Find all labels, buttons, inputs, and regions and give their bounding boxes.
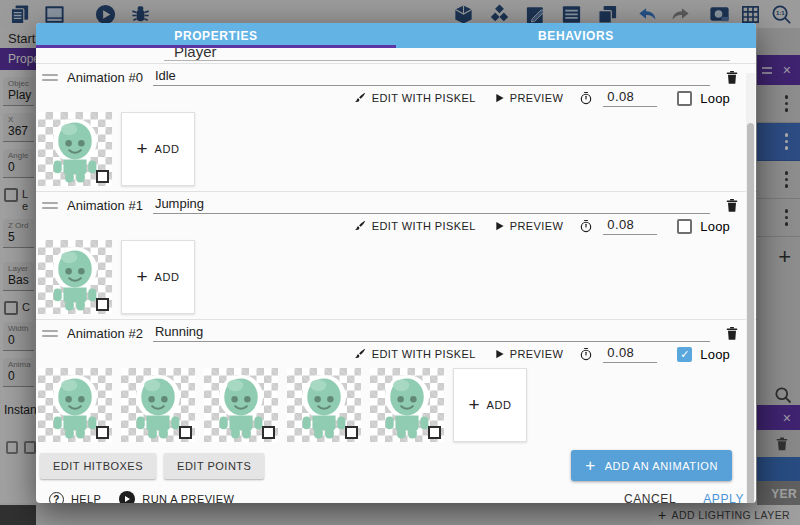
play-circle-icon [119, 491, 135, 503]
animation-section: Animation #2 Running EDIT WITH PISKEL [36, 320, 756, 447]
brush-icon [353, 219, 367, 233]
frames-row: + ADD [36, 109, 756, 192]
animation-name-input[interactable]: Running [153, 324, 710, 342]
drag-handle-icon[interactable] [42, 202, 58, 209]
object-name-input[interactable]: Player [164, 48, 730, 61]
edit-hitboxes-button[interactable]: EDIT HITBOXES [40, 453, 156, 479]
apply-button[interactable]: APPLY [703, 492, 744, 503]
stopwatch-icon [579, 219, 593, 233]
preview-button[interactable]: PREVIEW [494, 220, 564, 232]
add-frame-button[interactable]: + ADD [121, 240, 195, 314]
play-icon [494, 348, 505, 360]
drag-handle-icon[interactable] [42, 74, 58, 81]
drag-handle-icon[interactable] [42, 330, 58, 337]
run-a-preview-button[interactable]: RUN A PREVIEW [119, 491, 234, 503]
delete-animation-button[interactable] [724, 197, 740, 214]
preview-button[interactable]: PREVIEW [494, 348, 564, 360]
add-frame-button[interactable]: + ADD [453, 368, 527, 442]
time-between-frames: 0.08 [579, 345, 657, 363]
frame-select-checkbox[interactable] [96, 426, 109, 439]
frame-select-checkbox[interactable] [262, 426, 275, 439]
delete-animation-button[interactable] [724, 325, 740, 342]
frame-select-checkbox[interactable] [96, 298, 109, 311]
add-frame-button[interactable]: + ADD [121, 112, 195, 186]
animation-frame-thumbnail[interactable] [38, 240, 112, 314]
time-input[interactable]: 0.08 [603, 345, 657, 363]
animation-frame-thumbnail[interactable] [204, 368, 278, 442]
animation-frame-thumbnail[interactable] [370, 368, 444, 442]
add-frame-label: ADD [155, 271, 180, 283]
animations-list: Animation #0 Idle EDIT WITH PISKEL [36, 64, 756, 447]
trash-icon [724, 197, 740, 214]
delete-animation-button[interactable] [724, 69, 740, 86]
preview-button[interactable]: PREVIEW [494, 92, 564, 104]
animation-section: Animation #1 Jumping EDIT WITH PISKEL [36, 192, 756, 320]
add-an-animation-button[interactable]: + ADD AN ANIMATION [571, 450, 732, 481]
frame-select-checkbox[interactable] [345, 426, 358, 439]
plus-icon: + [468, 394, 479, 416]
tab-behaviors[interactable]: BEHAVIORS [396, 23, 756, 48]
animation-header: Animation #1 Jumping [36, 192, 756, 215]
play-icon [494, 92, 505, 104]
dialog-tab-bar: PROPERTIES BEHAVIORS [36, 23, 756, 48]
frame-select-checkbox[interactable] [428, 426, 441, 439]
loop-checkbox[interactable] [677, 219, 692, 234]
help-button[interactable]: ? HELP [49, 492, 101, 504]
trash-icon [724, 325, 740, 342]
preview-label: PREVIEW [510, 92, 564, 104]
object-editor-dialog: PROPERTIES BEHAVIORS Player Animation #0… [36, 23, 756, 503]
stopwatch-icon [579, 91, 593, 105]
animation-toolbar: EDIT WITH PISKEL PREVIEW 0.08 Loop [36, 87, 756, 109]
animation-frame-thumbnail[interactable] [38, 368, 112, 442]
plus-icon: + [136, 138, 147, 160]
edit-with-piskel-label: EDIT WITH PISKEL [372, 220, 476, 232]
animation-toolbar: EDIT WITH PISKEL PREVIEW 0.08 Loop [36, 215, 756, 237]
loop-label: Loop [700, 347, 730, 362]
time-between-frames: 0.08 [579, 217, 657, 235]
loop-checkbox[interactable] [677, 91, 692, 106]
plus-icon: + [136, 266, 147, 288]
dialog-content: Player Animation #0 Idle [36, 48, 756, 503]
trash-icon [724, 69, 740, 86]
frame-select-checkbox[interactable] [96, 170, 109, 183]
edit-with-piskel-button[interactable]: EDIT WITH PISKEL [353, 91, 476, 105]
help-icon: ? [49, 492, 64, 504]
brush-icon [353, 91, 367, 105]
frames-row: + ADD [36, 237, 756, 320]
plus-icon: + [585, 457, 596, 474]
frames-row: + ADD [36, 365, 756, 447]
animation-title: Animation #0 [67, 70, 143, 85]
animation-frame-thumbnail[interactable] [38, 112, 112, 186]
edit-with-piskel-label: EDIT WITH PISKEL [372, 348, 476, 360]
animation-toolbar: EDIT WITH PISKEL PREVIEW 0.08 ✓ Loop [36, 343, 756, 365]
frame-select-checkbox[interactable] [179, 426, 192, 439]
loop-label: Loop [700, 219, 730, 234]
animation-section: Animation #0 Idle EDIT WITH PISKEL [36, 64, 756, 192]
scrollbar-thumb[interactable] [747, 123, 754, 503]
edit-with-piskel-button[interactable]: EDIT WITH PISKEL [353, 219, 476, 233]
dialog-footer: ? HELP RUN A PREVIEW CANCEL APPLY [36, 479, 756, 503]
animation-frame-thumbnail[interactable] [287, 368, 361, 442]
animation-name-input[interactable]: Idle [153, 68, 710, 86]
loop-checkbox[interactable]: ✓ [677, 347, 692, 362]
time-between-frames: 0.08 [579, 89, 657, 107]
animation-title: Animation #2 [67, 326, 143, 341]
animation-header: Animation #0 Idle [36, 64, 756, 87]
add-frame-label: ADD [155, 143, 180, 155]
dialog-scrollbar[interactable] [746, 73, 755, 501]
time-input[interactable]: 0.08 [603, 217, 657, 235]
animation-title: Animation #1 [67, 198, 143, 213]
play-icon [494, 220, 505, 232]
stopwatch-icon [579, 347, 593, 361]
edit-with-piskel-button[interactable]: EDIT WITH PISKEL [353, 347, 476, 361]
preview-label: PREVIEW [510, 348, 564, 360]
brush-icon [353, 347, 367, 361]
cancel-button[interactable]: CANCEL [624, 492, 676, 503]
edit-with-piskel-label: EDIT WITH PISKEL [372, 92, 476, 104]
preview-label: PREVIEW [510, 220, 564, 232]
animation-frame-thumbnail[interactable] [121, 368, 195, 442]
time-input[interactable]: 0.08 [603, 89, 657, 107]
bottom-actions-row: EDIT HITBOXES EDIT POINTS + ADD AN ANIMA… [36, 447, 756, 479]
edit-points-button[interactable]: EDIT POINTS [164, 453, 264, 479]
animation-name-input[interactable]: Jumping [153, 196, 710, 214]
